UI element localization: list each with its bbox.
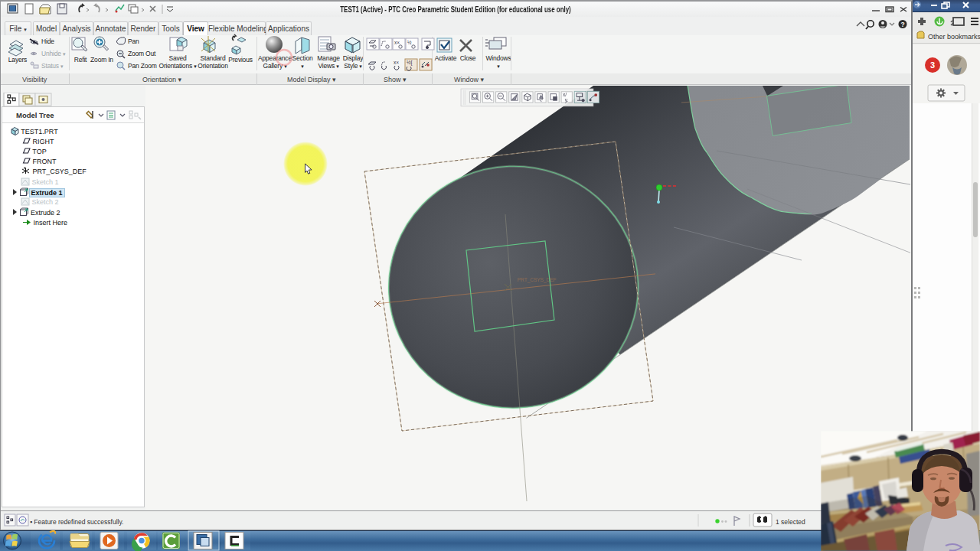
svg-text:x×: x× — [394, 40, 400, 45]
svg-text:PRT_CSYS_DEF: PRT_CSYS_DEF — [518, 277, 557, 283]
svg-text:x×: x× — [394, 60, 399, 65]
svg-text:y.: y. — [565, 97, 569, 103]
svg-text:?: ? — [900, 21, 904, 28]
svg-text:½⁅: ½⁅ — [407, 60, 413, 66]
svg-text:½: ½ — [407, 40, 412, 45]
svg-text:3: 3 — [930, 60, 935, 70]
svg-text:Other bookmarks: Other bookmarks — [928, 33, 980, 41]
